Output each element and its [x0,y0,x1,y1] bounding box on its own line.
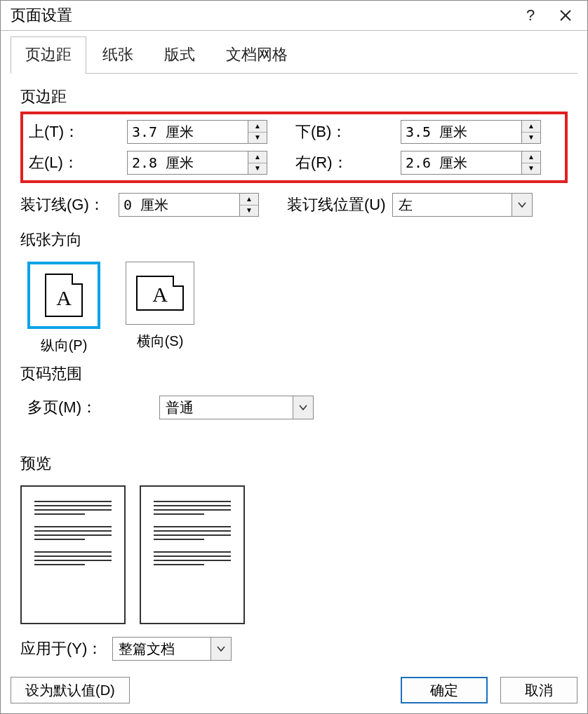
tab-content: 页边距 上(T)： ▲ ▼ 下(B)： ▲ ▼ [11,74,577,670]
gutter-pos-combo[interactable]: 左 [392,193,533,217]
landscape-label: 横向(S) [137,332,184,351]
dialog-footer: 设为默认值(D) 确定 取消 [1,670,587,713]
landscape-icon: A [126,262,194,325]
multi-pages-combo[interactable]: 普通 [159,396,314,419]
ok-button[interactable]: 确定 [401,677,488,703]
orientation-group: A 纵向(P) A 横向(S) [27,262,568,355]
margin-top-up[interactable]: ▲ [248,121,267,133]
close-icon [559,9,572,22]
close-button[interactable] [548,3,583,28]
titlebar: 页面设置 ? [1,1,587,31]
margin-left-label: 左(L)： [29,152,127,173]
apply-to-row: 应用于(Y)： 整篇文档 [20,637,568,661]
gutter-size-up[interactable]: ▲ [240,194,258,206]
margin-top-input[interactable] [127,120,248,144]
gutter-size-input[interactable] [119,193,240,217]
set-default-button[interactable]: 设为默认值(D) [11,677,130,703]
apply-to-combo[interactable]: 整篇文档 [112,637,232,661]
gutter-size-spinner[interactable]: ▲ ▼ [119,193,259,217]
highlighted-margins-area: 上(T)： ▲ ▼ 下(B)： ▲ ▼ [20,112,568,183]
margin-right-label: 右(R)： [295,152,401,173]
chevron-down-icon [217,646,225,652]
margin-top-label: 上(T)： [29,121,127,142]
preview-thumb-2 [140,485,245,624]
margins-section-title: 页边距 [20,86,568,107]
gutter-pos-label: 装订线位置(U)： [287,194,392,215]
gutter-pos-value: 左 [392,193,512,217]
margin-left-up[interactable]: ▲ [248,151,267,163]
tab-layout[interactable]: 版式 [149,36,210,74]
margin-left-spinner[interactable]: ▲ ▼ [127,151,267,175]
margin-top-down[interactable]: ▼ [248,133,267,144]
chevron-down-icon [299,405,307,410]
tab-grid[interactable]: 文档网格 [211,36,302,74]
apply-to-dropdown-button[interactable] [211,637,232,661]
margin-right-up[interactable]: ▲ [522,151,540,163]
orientation-section-title: 纸张方向 [20,229,568,250]
margin-right-down[interactable]: ▼ [522,163,540,175]
margin-right-input[interactable] [401,151,522,175]
portrait-icon: A [27,262,100,329]
margin-top-spinner[interactable]: ▲ ▼ [127,120,267,144]
preview-title: 预览 [20,453,568,474]
apply-to-value: 整篇文档 [112,637,211,661]
window-title: 页面设置 [11,5,513,26]
margin-bottom-up[interactable]: ▲ [522,121,540,133]
margin-right-spinner[interactable]: ▲ ▼ [401,151,541,175]
multi-pages-row: 多页(M)： 普通 [27,396,568,419]
multi-pages-label: 多页(M)： [27,397,147,418]
orientation-portrait[interactable]: A 纵向(P) [27,262,100,355]
preview-area [20,485,568,624]
page-setup-dialog: 页面设置 ? 页边距 纸张 版式 文档网格 页边距 上(T)： [0,0,588,714]
gutter-row: 装订线(G)： ▲ ▼ 装订线位置(U)： 左 [20,193,568,217]
help-button[interactable]: ? [513,3,548,28]
tab-margins[interactable]: 页边距 [11,36,86,74]
margin-bottom-input[interactable] [401,120,522,144]
tab-paper[interactable]: 纸张 [88,36,148,74]
apply-to-label: 应用于(Y)： [20,638,102,659]
gutter-size-down[interactable]: ▼ [240,206,258,217]
margin-left-input[interactable] [127,151,248,175]
gutter-pos-dropdown-button[interactable] [512,193,533,217]
multi-pages-value: 普通 [159,396,293,419]
gutter-size-label: 装订线(G)： [20,194,119,215]
margin-bottom-down[interactable]: ▼ [522,133,540,144]
dialog-body: 页边距 纸张 版式 文档网格 页边距 上(T)： ▲ ▼ [1,31,587,670]
margin-bottom-label: 下(B)： [295,121,401,142]
chevron-down-icon [518,202,526,208]
margin-bottom-spinner[interactable]: ▲ ▼ [401,120,541,144]
tabs: 页边距 纸张 版式 文档网格 [11,36,577,74]
pages-section-title: 页码范围 [20,363,568,384]
orientation-landscape[interactable]: A 横向(S) [126,262,194,355]
portrait-label: 纵向(P) [41,336,88,355]
cancel-button[interactable]: 取消 [500,677,577,703]
multi-pages-dropdown-button[interactable] [293,396,314,419]
preview-thumb-1 [20,485,126,624]
margin-left-down[interactable]: ▼ [248,163,267,175]
